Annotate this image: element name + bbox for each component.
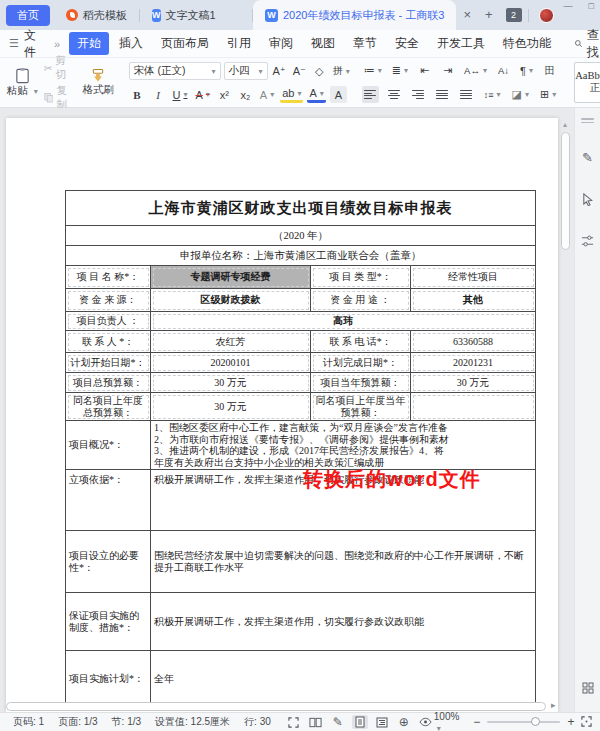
year-budget-value: 30 万元 [411,373,536,393]
font-size-select[interactable]: 小四▾ [224,62,268,80]
font-name-select[interactable]: 宋体 (正文)▾ [129,62,221,80]
menu-tab-insert[interactable]: 插入 [111,32,151,55]
zoom-in-button[interactable]: + [567,715,574,729]
superscript-button[interactable]: x² [216,86,233,103]
menu-tab-dev-tools[interactable]: 开发工具 [429,32,493,55]
outline-view-button[interactable] [374,715,390,729]
scroll-right-icon[interactable]: ▸ [551,700,556,710]
pointer-tool-icon[interactable] [578,189,598,209]
align-center-button[interactable] [386,86,403,103]
fund-use-value: 其他 [411,289,536,312]
zoom-slider-thumb[interactable] [531,717,540,726]
adjust-settings-icon[interactable] [578,231,598,251]
eye-protect-button[interactable] [418,715,434,729]
field-label: 项目总预算额： [66,373,151,393]
horizontal-scrollbar-thumb[interactable] [6,702,546,711]
menu-tab-view[interactable]: 视图 [303,32,343,55]
ink-pen-icon[interactable]: ✎ [578,147,598,167]
zoom-out-button[interactable]: − [473,715,480,729]
menu-tab-section[interactable]: 章节 [345,32,385,55]
vertical-scrollbar-thumb[interactable] [561,132,570,250]
format-painter-button[interactable]: 格式刷 [78,66,118,99]
style-normal[interactable]: AaBbCcDd 正文 [574,62,600,103]
underline-button[interactable]: U▾ [171,86,190,103]
decrease-indent-button[interactable]: ⇤ [416,62,433,79]
document-page[interactable]: 上海市黄浦区财政支出项目绩效目标申报表 （2020 年） 申报单位名称：上海市黄… [6,118,558,712]
field-label: 项目负责人 ： [66,312,151,331]
menu-tab-references[interactable]: 引用 [219,32,259,55]
sort-button[interactable]: A↓ [495,62,512,79]
overview-value: 1、围绕区委区府中心工作，建言献策，为“双月座谈会”发言作准备 2、为市联向市府… [151,421,536,470]
line-spacing-button[interactable]: ↕≡▾ [482,86,503,103]
app-grid-icon[interactable] [578,678,598,698]
char-shading-button[interactable]: A [330,86,347,103]
find-button[interactable]: 查找 [574,27,600,61]
web-view-button[interactable]: ⊕ [396,715,412,729]
page-view-button[interactable] [352,715,368,729]
cn-layout-button[interactable]: ¶▾ [518,62,535,79]
grow-font-button[interactable]: A⁺ [271,63,288,80]
justify-button[interactable] [434,86,451,103]
bullets-button[interactable]: ≔▾ [362,62,384,79]
file-menu-button[interactable]: ☰ 文件 [0,27,46,61]
menu-tab-special-features[interactable]: 特色功能 [495,32,559,55]
status-page-count[interactable]: 页面: 1/3 [51,715,104,729]
borders-button[interactable]: ⊞▾ [538,86,558,103]
strikethrough-button[interactable]: A▾ [193,86,211,103]
distribute-button[interactable] [458,86,475,103]
menu-tab-page-layout[interactable]: 页面布局 [153,32,217,55]
window-tab-bar: 首页 稻壳模板 W 文字文稿1 W 2020年绩效目标申报表 - 工商联3 × … [0,0,600,30]
necessity-value: 围绕民营经济发展中迫切需要解决的问题、围绕党和政府的中心工作开展调研，不断提升工… [151,531,536,593]
field-label: 联 系 人 *： [66,331,151,353]
italic-button[interactable]: I [150,86,167,103]
minimize-button[interactable]: — [564,0,573,12]
menu-tab-review[interactable]: 审阅 [261,32,301,55]
text-effects-button[interactable]: A▾ [258,86,276,103]
bold-button[interactable]: B [129,86,146,103]
align-left-button[interactable] [362,86,379,103]
paste-button[interactable]: 粘贴 ▾ [4,65,41,100]
side-toolbar: ✎ [574,108,600,712]
start-date-value: 20200101 [151,353,311,373]
shrink-font-button[interactable]: A⁻ [291,63,308,80]
chevrons-icon[interactable]: » [46,38,68,50]
project-name-value[interactable]: 专题调研专项经费 [151,266,311,289]
menu-tab-security[interactable]: 安全 [387,32,427,55]
ink-tools-icon[interactable]: ✎ [330,715,346,729]
field-label: 保证项目实施的制度、措施*： [66,593,151,651]
tab-document-active[interactable]: W 2020年绩效目标申报表 - 工商联3 [253,0,456,30]
fullscreen-icon[interactable] [286,715,302,729]
prev-year-budget-value [411,393,536,421]
maximize-button[interactable]: □ [589,0,594,12]
hamburger-icon: ☰ [9,37,19,50]
text-direction-button[interactable]: A↔▾ [462,62,489,79]
cut-button[interactable]: ✂ 剪切 [41,53,79,83]
highlight-button[interactable]: ab▾ [280,86,303,103]
close-tab-button[interactable]: × [456,0,478,30]
align-right-button[interactable] [410,86,427,103]
tab-home[interactable]: 首页 [6,5,50,26]
field-label: 项 目 类 型*： [311,266,411,289]
shading-button[interactable]: ◪▾ [510,86,531,103]
tab-docer-templates[interactable]: 稻壳模板 [54,0,139,30]
pinyin-guide-button[interactable]: 拼▾ [331,63,352,80]
fit-page-button[interactable] [581,716,592,729]
insert-table-icon[interactable]: 田 [541,62,558,79]
zoom-level[interactable]: 100% ▾ [434,711,466,731]
rail-handle-icon[interactable] [581,116,594,125]
ribbon-toolbar: 粘贴 ▾ ✂ 剪切 复制 格式刷 宋体 (正文)▾ 小四▾ A⁺ [0,58,600,108]
clear-format-button[interactable]: ◇ [311,63,328,80]
numbering-button[interactable]: ≣▾ [390,62,410,79]
user-avatar[interactable] [539,8,554,23]
book-view-icon[interactable] [308,715,324,729]
scroll-up-icon[interactable]: ▴ [563,120,567,129]
field-label: 项目概况*： [66,421,151,470]
increase-indent-button[interactable]: ⇥ [439,62,456,79]
zoom-slider[interactable] [487,721,560,723]
subscript-button[interactable]: x₂ [237,86,254,103]
declaration-form-table: 上海市黄浦区财政支出项目绩效目标申报表 （2020 年） 申报单位名称：上海市黄… [65,190,536,708]
font-color-button[interactable]: A▾ [307,86,325,103]
new-tab-button[interactable]: + [478,0,500,30]
tab-document-1[interactable]: W 文字文稿1 [140,0,252,30]
window-count-badge[interactable]: 2 [506,8,522,22]
